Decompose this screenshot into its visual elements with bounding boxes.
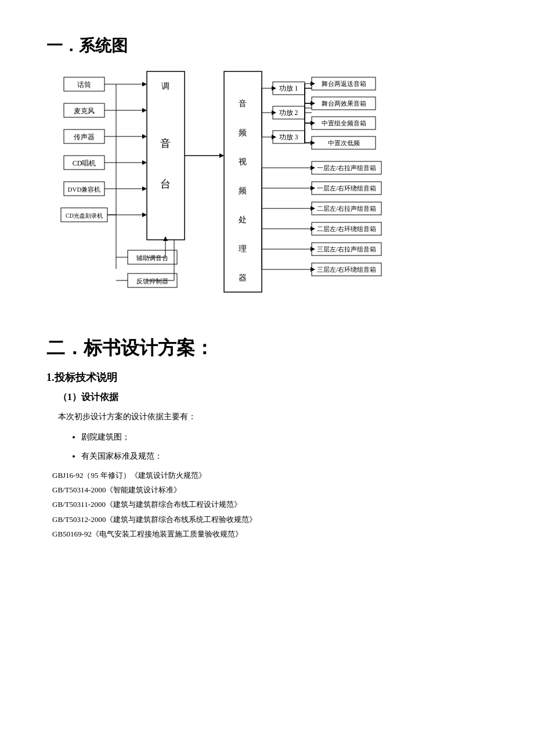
- svg-rect-24: [147, 71, 185, 240]
- svg-text:二层左/右拉声组音箱: 二层左/右拉声组音箱: [317, 205, 376, 212]
- svg-text:器: 器: [239, 273, 247, 282]
- svg-text:功放 2: 功放 2: [279, 109, 298, 117]
- ref-1: GBJ16-92（95 年修订）《建筑设计防火规范》: [52, 469, 488, 482]
- svg-text:中置次低频: 中置次低频: [328, 139, 360, 146]
- bullet-item-2: 有关国家标准及规范：: [81, 449, 488, 463]
- ref-5: GB50169-92《电气安装工程接地装置施工质量验收规范》: [52, 527, 488, 541]
- svg-text:话筒: 话筒: [77, 81, 91, 89]
- bullet-list: 剧院建筑图； 有关国家标准及规范：: [46, 430, 488, 463]
- svg-text:处: 处: [239, 215, 247, 224]
- svg-text:中置组全频音箱: 中置组全频音箱: [322, 120, 366, 127]
- svg-marker-19: [142, 186, 147, 191]
- svg-marker-23: [142, 213, 147, 217]
- svg-text:二层左/右环绕组音箱: 二层左/右环绕组音箱: [317, 225, 376, 232]
- svg-text:视: 视: [239, 157, 247, 166]
- svg-text:DVD兼容机: DVD兼容机: [68, 186, 101, 193]
- body-text: 本次初步设计方案的设计依据主要有：: [58, 409, 488, 424]
- svg-text:台: 台: [160, 178, 171, 190]
- bullet-item-1: 剧院建筑图；: [81, 430, 488, 444]
- svg-text:音: 音: [160, 138, 171, 149]
- svg-marker-7: [142, 108, 147, 113]
- svg-marker-29: [219, 153, 224, 158]
- svg-marker-11: [142, 134, 147, 139]
- svg-text:音: 音: [239, 99, 247, 108]
- svg-text:反馈抑制器: 反馈抑制器: [136, 278, 168, 285]
- svg-text:CD唱机: CD唱机: [73, 159, 96, 167]
- ref-4: GB/T50312-2000《建筑与建筑群综合布线系统工程验收规范》: [52, 513, 488, 526]
- svg-text:一层左/右环绕组音箱: 一层左/右环绕组音箱: [317, 185, 376, 192]
- svg-text:CD光盘刻录机: CD光盘刻录机: [66, 213, 103, 219]
- references-list: GBJ16-92（95 年修订）《建筑设计防火规范》 GB/T50314-200…: [46, 469, 488, 541]
- section2: 二．标书设计方案： 1.投标技术说明 （1）设计依据 本次初步设计方案的设计依据…: [46, 336, 488, 541]
- svg-text:功放 1: 功放 1: [279, 84, 298, 92]
- section1-title: 一．系统图: [46, 35, 488, 57]
- svg-text:调: 调: [161, 82, 169, 91]
- svg-text:辅助调音台: 辅助调音台: [136, 254, 168, 261]
- section4: （1）设计依据 本次初步设计方案的设计依据主要有： 剧院建筑图； 有关国家标准及…: [46, 391, 488, 541]
- svg-text:麦克风: 麦克风: [74, 107, 95, 115]
- svg-text:一层左/右拉声组音箱: 一层左/右拉声组音箱: [317, 164, 376, 171]
- section3-title: 1.投标技术说明: [46, 370, 488, 384]
- svg-text:三层左/右环绕组音箱: 三层左/右环绕组音箱: [317, 266, 376, 273]
- ref-3: GB/T50311-2000《建筑与建筑群综合布线工程设计规范》: [52, 498, 488, 511]
- svg-text:频: 频: [239, 128, 247, 137]
- system-diagram-container: 话筒 麦克风 传声器 CD唱机 DVD兼容机: [46, 69, 488, 312]
- svg-text:理: 理: [239, 244, 247, 253]
- svg-text:三层左/右拉声组音箱: 三层左/右拉声组音箱: [317, 246, 376, 253]
- svg-text:频: 频: [239, 186, 247, 195]
- svg-marker-15: [142, 160, 147, 165]
- section2-title: 二．标书设计方案：: [46, 336, 488, 361]
- section1: 一．系统图 话筒 麦克风 传声器 CD唱机: [46, 35, 488, 312]
- ref-2: GB/T50314-2000《智能建筑设计标准》: [52, 483, 488, 496]
- svg-text:传声器: 传声器: [74, 133, 95, 141]
- section4-title: （1）设计依据: [46, 391, 488, 404]
- section3: 1.投标技术说明 （1）设计依据 本次初步设计方案的设计依据主要有： 剧院建筑图…: [46, 370, 488, 541]
- svg-text:舞台两返送音箱: 舞台两返送音箱: [322, 80, 366, 87]
- svg-text:舞台两效果音箱: 舞台两效果音箱: [322, 100, 366, 107]
- svg-text:功放 3: 功放 3: [279, 133, 298, 141]
- svg-marker-3: [142, 82, 147, 87]
